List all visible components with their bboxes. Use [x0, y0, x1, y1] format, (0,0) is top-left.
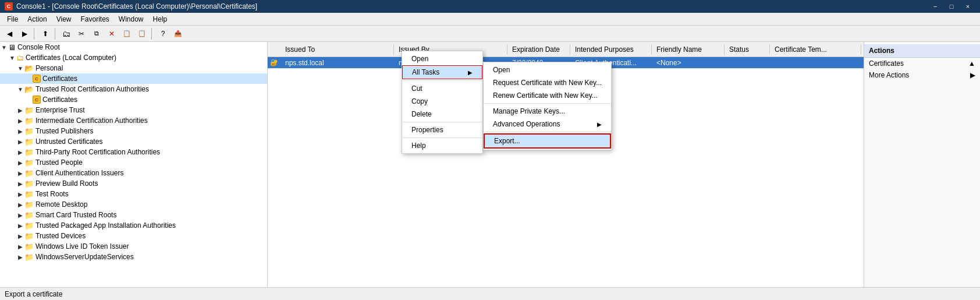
expand-icon-smart-card[interactable]: ▶ — [16, 211, 24, 219]
help-btn[interactable]: ? — [156, 27, 170, 40]
tree-label-personal-certs: Certificates — [42, 75, 77, 83]
expand-icon-windows-live[interactable]: ▶ — [16, 242, 24, 250]
tree-label-client-auth: Client Authentication Issuers — [35, 169, 123, 177]
back-btn[interactable]: ◀ — [2, 27, 16, 40]
cm-cut[interactable]: Cut — [402, 82, 482, 95]
properties-btn[interactable]: 📋 — [135, 27, 149, 40]
forward-btn[interactable]: ▶ — [17, 27, 31, 40]
tree-item-trusted-people[interactable]: ▶ 📁 Trusted People — [0, 157, 267, 168]
tree-item-remote[interactable]: ▶ 📁 Remote Desktop — [0, 199, 267, 210]
tree-item-intermediate[interactable]: ▶ 📁 Intermediate Certification Authoriti… — [0, 115, 267, 126]
expand-icon-personal[interactable]: ▼ — [16, 64, 24, 72]
menu-view[interactable]: View — [52, 14, 76, 24]
actions-more[interactable]: More Actions ▶ — [864, 69, 980, 81]
tree-item-certificates-lc[interactable]: ▼ 🗂 Certificates (Local Computer) — [0, 52, 267, 63]
tree-item-personal-certs[interactable]: C Certificates — [0, 73, 267, 84]
tree-item-trusted-root-certs[interactable]: C Certificates — [0, 94, 267, 105]
tree-item-windows-live[interactable]: ▶ 📁 Windows Live ID Token Issuer — [0, 241, 267, 252]
cm-all-tasks-label: All Tasks — [412, 68, 439, 76]
sub-export[interactable]: Export... — [484, 133, 611, 149]
cut-btn[interactable]: ✂ — [74, 27, 88, 40]
tree-item-personal[interactable]: ▼ 📂 Personal — [0, 63, 267, 73]
menu-action[interactable]: Action — [23, 14, 51, 24]
cm-help[interactable]: Help — [402, 139, 482, 152]
cm-open[interactable]: Open — [402, 52, 482, 65]
actions-certificates[interactable]: Certificates ▲ — [864, 58, 980, 69]
tree-label-smart-card: Smart Card Trusted Roots — [35, 211, 116, 219]
tree-label-console-root: Console Root — [17, 43, 60, 51]
expand-icon-third-party[interactable]: ▶ — [16, 148, 24, 156]
expand-icon-trusted-pub[interactable]: ▶ — [16, 127, 24, 135]
tree-item-test-roots[interactable]: ▶ 📁 Test Roots — [0, 189, 267, 199]
sub-request-new-key[interactable]: Request Certificate with New Key... — [484, 76, 611, 89]
up-btn[interactable]: ⬆ — [38, 27, 52, 40]
tree-label-third-party: Third-Party Root Certification Authoriti… — [35, 148, 160, 156]
toolbar-sep-3 — [151, 28, 154, 40]
expand-icon-intermediate[interactable]: ▶ — [16, 117, 24, 125]
tree-label-trusted-root: Trusted Root Certification Authorities — [35, 85, 149, 93]
tree-label-windows-live: Windows Live ID Token Issuer — [35, 242, 129, 250]
expand-icon-trusted-people[interactable]: ▶ — [16, 158, 24, 167]
tree-item-trusted-devices[interactable]: ▶ 📁 Trusted Devices — [0, 231, 267, 241]
copy-btn[interactable]: ⧉ — [90, 27, 104, 40]
menu-help[interactable]: Help — [148, 14, 172, 24]
expand-icon-trusted-pkg[interactable]: ▶ — [16, 221, 24, 230]
cm-properties[interactable]: Properties — [402, 123, 482, 136]
folder-icon-personal: 📂 — [24, 64, 34, 73]
expand-icon-test-roots[interactable]: ▶ — [16, 190, 24, 198]
menu-favorites[interactable]: Favorites — [76, 14, 114, 24]
actions-certs-label: Certificates — [869, 59, 904, 68]
tree-label-enterprise: Enterprise Trust — [35, 106, 85, 114]
expand-icon-console-root[interactable]: ▼ — [0, 43, 8, 51]
expand-icon-trusted-devices[interactable]: ▶ — [16, 232, 24, 240]
show-hide-btn[interactable]: 🗂 — [59, 27, 73, 40]
export-btn[interactable]: 📤 — [171, 27, 185, 40]
sub-advanced-ops[interactable]: Advanced Operations ▶ — [484, 118, 611, 130]
folder-icon-trusted-root: 📂 — [24, 85, 34, 94]
cm-delete[interactable]: Delete — [402, 108, 482, 121]
tree-item-trusted-root[interactable]: ▼ 📂 Trusted Root Certification Authoriti… — [0, 84, 267, 94]
tree-item-console-root[interactable]: ▼ 🖥 Console Root — [0, 42, 267, 52]
paste-btn[interactable]: 📋 — [120, 27, 134, 40]
tree-item-enterprise[interactable]: ▶ 📁 Enterprise Trust — [0, 105, 267, 115]
sub-export-label: Export... — [494, 137, 520, 145]
expand-icon-enterprise[interactable]: ▶ — [16, 106, 24, 114]
folder-icon-intermediate: 📁 — [24, 117, 34, 125]
title-bar-text: Console1 - [Console Root\Certificates (L… — [16, 2, 257, 10]
tree-label-remote: Remote Desktop — [35, 200, 87, 209]
expand-icon-wsus[interactable]: ▶ — [16, 253, 24, 261]
tree-item-trusted-pkg[interactable]: ▶ 📁 Trusted Packaged App Installation Au… — [0, 220, 267, 231]
minimize-btn[interactable]: − — [928, 1, 943, 12]
expand-icon-remote[interactable]: ▶ — [16, 200, 24, 209]
folder-icon-trusted-devices: 📁 — [24, 232, 34, 241]
cm-copy[interactable]: Copy — [402, 95, 482, 108]
expand-icon-personal-certs — [24, 75, 33, 83]
tree-label-intermediate: Intermediate Certification Authorities — [35, 117, 148, 125]
folder-icon-windows-live: 📁 — [24, 242, 34, 251]
tree-item-trusted-pub[interactable]: ▶ 📁 Trusted Publishers — [0, 126, 267, 136]
menu-file[interactable]: File — [2, 14, 23, 24]
tree-item-smart-card[interactable]: ▶ 📁 Smart Card Trusted Roots — [0, 210, 267, 220]
expand-icon-trusted-root[interactable]: ▼ — [16, 85, 24, 93]
expand-icon-untrusted[interactable]: ▶ — [16, 137, 24, 146]
sub-renew-new-key[interactable]: Renew Certificate with New Key... — [484, 89, 611, 102]
tree-label-trusted-pkg: Trusted Packaged App Installation Author… — [35, 221, 176, 230]
menu-window[interactable]: Window — [114, 14, 148, 24]
delete-btn[interactable]: ✕ — [105, 27, 119, 40]
tree-item-client-auth[interactable]: ▶ 📁 Client Authentication Issuers — [0, 168, 267, 178]
folder-icon-certs-lc: 🗂 — [16, 54, 24, 62]
close-btn[interactable]: × — [960, 1, 975, 12]
expand-icon-certs-lc[interactable]: ▼ — [8, 54, 16, 62]
tree-item-wsus[interactable]: ▶ 📁 WindowsServerUpdateServices — [0, 252, 267, 262]
cm-all-tasks[interactable]: All Tasks ▶ — [402, 65, 482, 79]
cm-properties-label: Properties — [411, 126, 443, 134]
expand-icon-preview[interactable]: ▶ — [16, 179, 24, 188]
maximize-btn[interactable]: □ — [944, 1, 959, 12]
sub-open[interactable]: Open — [484, 63, 611, 76]
sub-manage-keys[interactable]: Manage Private Keys... — [484, 105, 611, 118]
cm-all-tasks-arrow: ▶ — [468, 69, 473, 76]
tree-item-untrusted[interactable]: ▶ 📁 Untrusted Certificates — [0, 136, 267, 147]
tree-item-preview[interactable]: ▶ 📁 Preview Build Roots — [0, 178, 267, 189]
expand-icon-client-auth[interactable]: ▶ — [16, 169, 24, 177]
tree-item-third-party[interactable]: ▶ 📁 Third-Party Root Certification Autho… — [0, 147, 267, 157]
